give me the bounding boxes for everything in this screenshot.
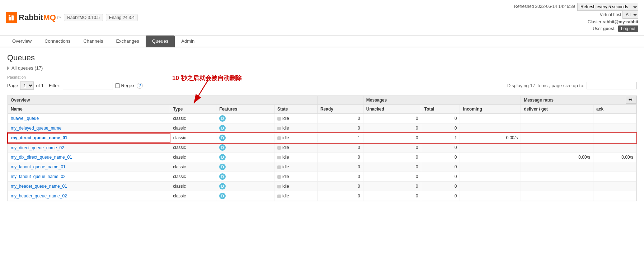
cell-name[interactable]: my_header_queue_name_01 [8, 182, 170, 191]
cell-unacked: 0 [363, 191, 421, 201]
table-body: huawei_queueclassicDidle000my_delayed_qu… [8, 114, 636, 201]
cell-ready: 0 [317, 182, 363, 191]
help-icon[interactable]: ? [137, 83, 143, 89]
header-right: Refreshed 2022-06-14 14:46:39 Refresh ev… [514, 3, 638, 32]
user-value: guest [603, 26, 615, 31]
virtual-host-select[interactable]: All / [622, 11, 638, 19]
cell-state: idle [274, 162, 318, 172]
cell-type: classic [170, 182, 216, 191]
cell-name[interactable]: my_header_queue_name_02 [8, 191, 170, 201]
cell-total: 0 [421, 182, 460, 191]
cell-features: D [216, 162, 274, 172]
state-icon [277, 117, 281, 121]
cell-total: 0 [421, 191, 460, 201]
cell-unacked: 0 [363, 123, 421, 133]
cell-ready: 0 [317, 172, 363, 182]
cell-name[interactable]: huawei_queue [8, 114, 170, 123]
cell-type: classic [170, 172, 216, 182]
col-state: State [274, 105, 318, 114]
cell-unacked: 0 [363, 172, 421, 182]
col-unacked: Unacked [363, 105, 421, 114]
nav-queues[interactable]: Queues [146, 36, 175, 47]
table-row[interactable]: huawei_queueclassicDidle000 [8, 114, 636, 123]
cell-state: idle [274, 153, 318, 162]
cell-name[interactable]: my_fanout_queue_name_01 [8, 162, 170, 172]
cell-unacked: 0 [363, 143, 421, 153]
regex-checkbox[interactable] [115, 83, 120, 88]
nav-overview[interactable]: Overview [6, 36, 38, 47]
col-features: Features [216, 105, 274, 114]
cell-ack [593, 123, 636, 133]
cell-ready: 0 [317, 123, 363, 133]
table-row[interactable]: my_delayed_queue_nameclassicDidle000 [8, 123, 636, 133]
cell-incoming [460, 114, 521, 123]
page-label: Page [7, 83, 18, 88]
col-total: Total [421, 105, 460, 114]
cell-name[interactable]: my_dlx_direct_queue_name_01 [8, 153, 170, 162]
page-select[interactable]: 1 [20, 81, 34, 90]
durable-badge: D [219, 115, 226, 122]
col-deliver-get: deliver / get [521, 105, 593, 114]
table-row[interactable]: my_header_queue_name_02classicDidle000 [8, 191, 636, 201]
refresh-select[interactable]: Refresh every 5 seconds Refresh every 10… [577, 3, 638, 11]
table-row[interactable]: my_direct_queue_name_01classicDidle1010.… [8, 133, 636, 143]
header: RabbitMQTM RabbitMQ 3.10.5 Erlang 24.3.4… [0, 0, 644, 36]
cell-unacked: 0 [363, 162, 421, 172]
cell-state: idle [274, 182, 318, 191]
nav-admin[interactable]: Admin [175, 36, 201, 47]
cell-type: classic [170, 153, 216, 162]
state-icon [277, 175, 281, 179]
cell-deliver_get [521, 191, 593, 201]
svg-rect-2 [9, 15, 10, 17]
page-size-input[interactable]: 100 [587, 82, 637, 89]
durable-badge: D [219, 164, 226, 170]
plus-minus-button[interactable]: +/- [626, 96, 636, 104]
cell-ready: 1 [317, 133, 363, 143]
col-name: Name [8, 105, 170, 114]
nav-channels[interactable]: Channels [77, 36, 109, 47]
refresh-row: Refreshed 2022-06-14 14:46:39 Refresh ev… [514, 3, 638, 11]
cell-ack [593, 133, 636, 143]
cell-name[interactable]: my_direct_queue_name_01 [8, 133, 170, 143]
cell-incoming [460, 172, 521, 182]
queues-table: Overview Messages Message rates Name Typ… [8, 96, 636, 201]
logout-button[interactable]: Log out [618, 25, 638, 32]
annotation-container: 10 秒之后就会被自动删除 +/- Overview M [7, 95, 637, 201]
cell-ack [593, 162, 636, 172]
cell-features: D [216, 153, 274, 162]
cell-deliver_get: 0.00/s [521, 153, 593, 162]
logo-icon [6, 12, 17, 23]
col-ack: ack [593, 105, 636, 114]
cell-ready: 0 [317, 153, 363, 162]
nav-connections[interactable]: Connections [38, 36, 77, 47]
table-row[interactable]: my_fanout_queue_name_01classicDidle000 [8, 162, 636, 172]
cell-type: classic [170, 143, 216, 153]
state-icon [277, 195, 281, 198]
cell-name[interactable]: my_fanout_queue_name_02 [8, 172, 170, 182]
nav-exchanges[interactable]: Exchanges [109, 36, 145, 47]
cell-features: D [216, 143, 274, 153]
regex-label[interactable]: Regex [115, 83, 135, 88]
of-label: of 1 [36, 83, 44, 88]
version-badge: RabbitMQ 3.10.5 [64, 14, 103, 21]
table-container: +/- Overview Messages Message rates Name… [7, 95, 637, 201]
table-row[interactable]: my_dlx_direct_queue_name_01classicDidle0… [8, 153, 636, 162]
state-icon [277, 127, 281, 130]
message-rates-group-header: Message rates [521, 96, 636, 105]
cell-incoming [460, 182, 521, 191]
collapse-triangle[interactable] [7, 66, 9, 70]
cell-type: classic [170, 191, 216, 201]
erlang-badge: Erlang 24.3.4 [106, 14, 138, 21]
cell-name[interactable]: my_delayed_queue_name [8, 123, 170, 133]
table-row[interactable]: my_header_queue_name_01classicDidle000 [8, 182, 636, 191]
cell-deliver_get [521, 172, 593, 182]
filter-input[interactable] [63, 82, 113, 89]
virtual-host-row: Virtual host All / [514, 11, 638, 19]
table-row[interactable]: my_fanout_queue_name_02classicDidle000 [8, 172, 636, 182]
cell-unacked: 0 [363, 133, 421, 143]
cell-ready: 0 [317, 114, 363, 123]
cell-incoming [460, 191, 521, 201]
table-row[interactable]: my_direct_queue_name_02classicDidle000 [8, 143, 636, 153]
cell-ack [593, 182, 636, 191]
cell-name[interactable]: my_direct_queue_name_02 [8, 143, 170, 153]
